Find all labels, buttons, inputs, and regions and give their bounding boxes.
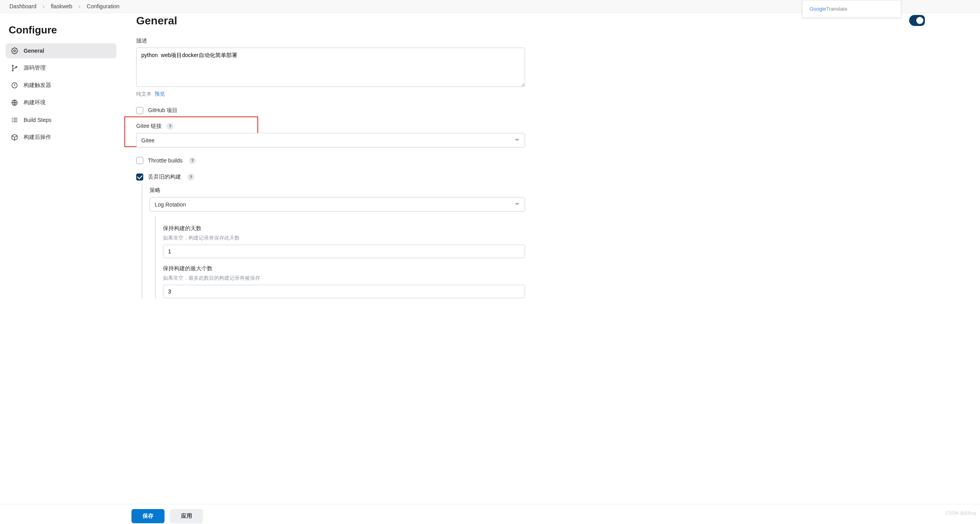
sidebar-item-label: 构建后操作	[24, 134, 51, 141]
gitee-select[interactable]: Gitee	[136, 133, 525, 148]
steps-icon	[11, 116, 18, 124]
breadcrumb-dashboard[interactable]: Dashboard	[9, 3, 37, 9]
page-title: Configure	[9, 24, 116, 36]
strategy-label: 策略	[150, 187, 525, 194]
svg-point-0	[14, 50, 16, 52]
svg-point-2	[12, 70, 13, 71]
sidebar-item-general[interactable]: General	[6, 43, 116, 58]
sidebar-item-label: Build Steps	[24, 117, 52, 123]
description-label: 描述	[136, 37, 525, 44]
svg-point-1	[12, 65, 13, 66]
chevron-right-icon: ›	[79, 3, 81, 9]
github-project-label: GitHub 项目	[148, 107, 178, 114]
keep-days-input[interactable]	[163, 245, 525, 258]
discard-old-builds-label: 丢弃旧的构建	[148, 173, 181, 181]
main-content: General 描述 纯文本 预览 GitHub 项目 Gitee 链接 ? G…	[122, 13, 539, 338]
gear-icon	[11, 47, 18, 54]
gitee-select-value: Gitee	[141, 137, 154, 144]
throttle-builds-checkbox[interactable]	[136, 157, 143, 164]
strategy-inner-block: 保持构建的天数 如果非空，构建记录将保存此天数 保持构建的最大个数 如果非空，最…	[155, 216, 525, 298]
keep-days-hint: 如果非空，构建记录将保存此天数	[163, 234, 525, 242]
breadcrumb-project[interactable]: flaskweb	[51, 3, 72, 9]
gitee-link-label: Gitee 链接	[136, 123, 162, 130]
strategy-select-value: Log Rotation	[155, 201, 186, 208]
description-textarea[interactable]	[136, 48, 525, 87]
preview-link[interactable]: 预览	[155, 90, 165, 98]
sidebar-item-source[interactable]: 源码管理	[6, 61, 116, 76]
sidebar-item-label: General	[24, 48, 44, 54]
google-translate-popup[interactable]: GoogleTranslate	[802, 0, 901, 18]
chevron-right-icon: ›	[43, 3, 45, 9]
sidebar-item-build-steps[interactable]: Build Steps	[6, 113, 116, 127]
chevron-down-icon	[514, 201, 520, 208]
help-icon[interactable]: ?	[166, 123, 174, 130]
clock-icon	[11, 82, 18, 89]
sidebar: Configure General 源码管理 构建触发器 构建环境	[0, 13, 122, 338]
sidebar-item-label: 构建触发器	[24, 82, 51, 89]
breadcrumb-configuration[interactable]: Configuration	[87, 3, 119, 9]
google-brand-label: Google	[810, 6, 826, 12]
throttle-builds-label: Throttle builds	[148, 157, 183, 164]
sidebar-item-triggers[interactable]: 构建触发器	[6, 78, 116, 93]
discard-old-builds-checkbox[interactable]	[136, 173, 143, 181]
github-project-checkbox[interactable]	[136, 107, 143, 114]
plain-text-label: 纯文本	[136, 90, 152, 98]
keep-days-label: 保持构建的天数	[163, 225, 525, 232]
keep-max-input[interactable]	[163, 285, 525, 298]
sidebar-item-environment[interactable]: 构建环境	[6, 95, 116, 110]
help-icon[interactable]: ?	[189, 157, 196, 164]
keep-max-hint: 如果非空，最多此数目的构建记录将被保存	[163, 275, 525, 282]
sidebar-item-label: 构建环境	[24, 99, 46, 106]
translate-label: Translate	[826, 6, 847, 12]
branch-icon	[11, 65, 18, 72]
chevron-down-icon	[514, 137, 520, 144]
keep-max-label: 保持构建的最大个数	[163, 265, 525, 272]
toggle-switch[interactable]	[909, 15, 925, 26]
sidebar-item-label: 源码管理	[24, 65, 46, 72]
package-icon	[11, 134, 18, 141]
globe-icon	[11, 99, 18, 106]
section-heading: General	[136, 15, 525, 27]
sidebar-item-post-build[interactable]: 构建后操作	[6, 130, 116, 145]
strategy-select[interactable]: Log Rotation	[150, 197, 525, 212]
help-icon[interactable]: ?	[187, 173, 194, 181]
discard-nested-block: 策略 Log Rotation 保持构建的天数 如果非空，构建记录将保存此天数 …	[142, 185, 525, 298]
